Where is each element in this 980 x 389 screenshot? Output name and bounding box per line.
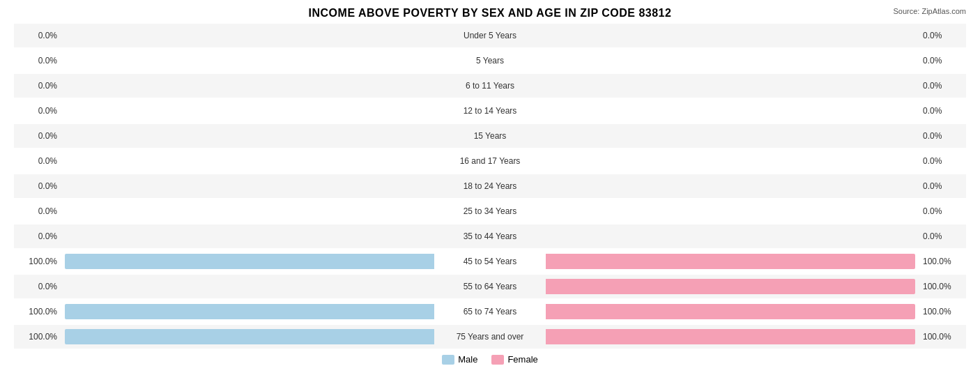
male-bar-wrapper bbox=[63, 28, 434, 43]
female-legend-label: Female bbox=[507, 354, 537, 365]
bar-row: 0.0% 6 to 11 Years 0.0% bbox=[14, 74, 966, 98]
row-label: 25 to 34 Years bbox=[434, 206, 546, 216]
male-legend-label: Male bbox=[458, 354, 477, 365]
female-bar-wrapper bbox=[546, 153, 917, 169]
bar-row: 0.0% 16 and 17 Years 0.0% bbox=[14, 149, 966, 173]
female-value: 0.0% bbox=[917, 106, 966, 116]
chart-container: INCOME ABOVE POVERTY BY SEX AND AGE IN Z… bbox=[0, 0, 980, 389]
bar-section: 12 to 14 Years bbox=[63, 99, 917, 123]
male-value: 100.0% bbox=[14, 257, 63, 266]
legend-male: Male bbox=[442, 354, 477, 365]
male-value: 0.0% bbox=[14, 31, 63, 40]
male-bar-wrapper bbox=[63, 153, 434, 169]
male-legend-box bbox=[442, 355, 454, 365]
male-bar-wrapper bbox=[63, 78, 434, 93]
female-bar-wrapper bbox=[546, 78, 917, 93]
female-bar-wrapper bbox=[546, 329, 917, 344]
male-bar-wrapper bbox=[63, 254, 434, 269]
bar-row: 100.0% 75 Years and over 100.0% bbox=[14, 325, 966, 349]
row-label: 75 Years and over bbox=[434, 332, 546, 342]
bar-section: 6 to 11 Years bbox=[63, 74, 917, 98]
row-label: 6 to 11 Years bbox=[434, 81, 546, 91]
legend-female: Female bbox=[491, 354, 537, 365]
bar-row: 0.0% Under 5 Years 0.0% bbox=[14, 24, 966, 47]
female-value: 0.0% bbox=[917, 231, 966, 241]
male-bar-wrapper bbox=[63, 204, 434, 219]
female-value: 0.0% bbox=[917, 181, 966, 191]
female-value: 100.0% bbox=[917, 307, 966, 316]
male-bar bbox=[65, 329, 434, 344]
bar-section: 55 to 64 Years bbox=[63, 275, 917, 298]
bar-section: 5 Years bbox=[63, 49, 917, 73]
row-label: 12 to 14 Years bbox=[434, 106, 546, 116]
female-bar-wrapper bbox=[546, 254, 917, 269]
bar-row: 0.0% 12 to 14 Years 0.0% bbox=[14, 99, 966, 123]
bar-section: 25 to 34 Years bbox=[63, 199, 917, 223]
female-bar-wrapper bbox=[546, 304, 917, 319]
male-value: 100.0% bbox=[14, 332, 63, 342]
bar-row: 0.0% 18 to 24 Years 0.0% bbox=[14, 174, 966, 198]
male-value: 0.0% bbox=[14, 81, 63, 91]
male-value: 0.0% bbox=[14, 156, 63, 166]
female-bar bbox=[546, 329, 915, 344]
male-bar-wrapper bbox=[63, 304, 434, 319]
male-bar-wrapper bbox=[63, 53, 434, 68]
female-bar-wrapper bbox=[546, 204, 917, 219]
female-value: 0.0% bbox=[917, 31, 966, 40]
bar-row: 0.0% 5 Years 0.0% bbox=[14, 49, 966, 73]
row-label: 35 to 44 Years bbox=[434, 231, 546, 241]
female-bar-wrapper bbox=[546, 128, 917, 144]
male-bar bbox=[65, 304, 434, 319]
male-bar-wrapper bbox=[63, 178, 434, 194]
female-value: 0.0% bbox=[917, 131, 966, 141]
bar-section: 45 to 54 Years bbox=[63, 250, 917, 273]
bar-section: 16 and 17 Years bbox=[63, 149, 917, 173]
bar-row: 100.0% 65 to 74 Years 100.0% bbox=[14, 300, 966, 323]
male-value: 0.0% bbox=[14, 56, 63, 66]
bar-row: 100.0% 45 to 54 Years 100.0% bbox=[14, 250, 966, 273]
bar-section: 15 Years bbox=[63, 124, 917, 148]
bar-section: 35 to 44 Years bbox=[63, 224, 917, 248]
bar-row: 0.0% 35 to 44 Years 0.0% bbox=[14, 224, 966, 248]
male-bar-wrapper bbox=[63, 103, 434, 119]
female-value: 100.0% bbox=[917, 332, 966, 342]
female-bar-wrapper bbox=[546, 28, 917, 43]
female-value: 0.0% bbox=[917, 81, 966, 91]
female-bar-wrapper bbox=[546, 53, 917, 68]
row-label: Under 5 Years bbox=[434, 31, 546, 40]
chart-area: 0.0% Under 5 Years 0.0% 0.0% 5 Years bbox=[14, 24, 966, 349]
female-bar-wrapper bbox=[546, 229, 917, 244]
female-value: 0.0% bbox=[917, 156, 966, 166]
male-value: 100.0% bbox=[14, 307, 63, 316]
row-label: 16 and 17 Years bbox=[434, 156, 546, 166]
row-label: 65 to 74 Years bbox=[434, 307, 546, 316]
female-bar bbox=[546, 304, 915, 319]
bar-row: 0.0% 55 to 64 Years 100.0% bbox=[14, 275, 966, 298]
bar-row: 0.0% 25 to 34 Years 0.0% bbox=[14, 199, 966, 223]
female-bar-wrapper bbox=[546, 178, 917, 194]
source-text: Source: ZipAtlas.com bbox=[893, 7, 966, 15]
female-bar bbox=[546, 254, 915, 269]
legend: Male Female bbox=[14, 354, 966, 365]
row-label: 45 to 54 Years bbox=[434, 257, 546, 266]
female-bar bbox=[546, 279, 915, 294]
chart-title: INCOME ABOVE POVERTY BY SEX AND AGE IN Z… bbox=[14, 7, 966, 20]
female-value: 0.0% bbox=[917, 56, 966, 66]
male-bar bbox=[65, 254, 434, 269]
female-value: 100.0% bbox=[917, 282, 966, 291]
male-bar-wrapper bbox=[63, 279, 434, 294]
female-value: 100.0% bbox=[917, 257, 966, 266]
bar-row: 0.0% 15 Years 0.0% bbox=[14, 124, 966, 148]
bar-section: 65 to 74 Years bbox=[63, 300, 917, 323]
row-label: 18 to 24 Years bbox=[434, 181, 546, 191]
male-bar-wrapper bbox=[63, 229, 434, 244]
male-value: 0.0% bbox=[14, 106, 63, 116]
male-value: 0.0% bbox=[14, 231, 63, 241]
male-value: 0.0% bbox=[14, 282, 63, 291]
male-value: 0.0% bbox=[14, 181, 63, 191]
male-value: 0.0% bbox=[14, 131, 63, 141]
bar-section: 75 Years and over bbox=[63, 325, 917, 349]
female-value: 0.0% bbox=[917, 206, 966, 216]
bar-section: Under 5 Years bbox=[63, 24, 917, 47]
female-legend-box bbox=[491, 355, 504, 365]
